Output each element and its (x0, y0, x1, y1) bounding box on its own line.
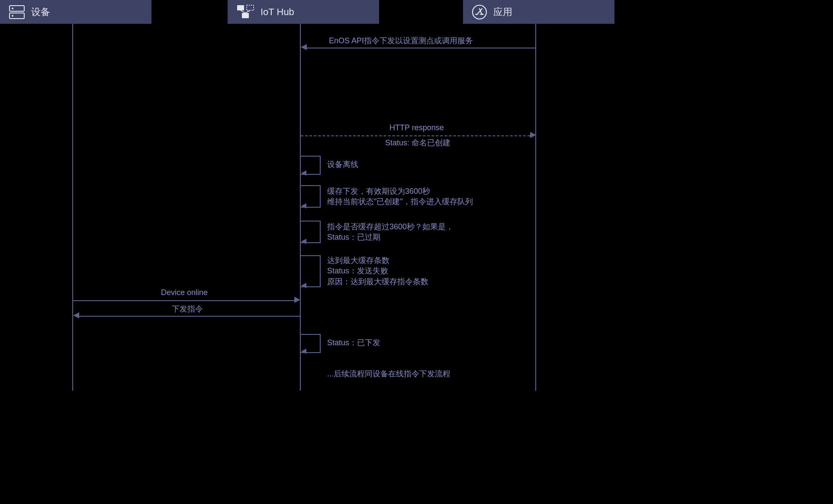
svg-point-3 (12, 15, 13, 16)
text-line: Status：已过期 (327, 232, 453, 242)
svg-rect-5 (247, 5, 254, 10)
participant-app: 应用 (463, 0, 614, 24)
msg-device-online-label: Device online (161, 288, 208, 297)
self-msg-max-cache (301, 255, 321, 287)
msg-api-call-arrow (306, 48, 536, 48)
self-msg-issued-label: Status：已下发 (327, 337, 380, 348)
svg-line-7 (241, 10, 245, 13)
lifeline-app (535, 24, 536, 391)
msg-issue-cmd-arrow (79, 316, 300, 317)
text-line: Status：发送失败 (327, 266, 428, 276)
app-store-icon (472, 4, 487, 20)
footer-note: ...后续流程同设备在线指令下发流程 (327, 369, 450, 379)
lifeline-device (72, 24, 73, 391)
msg-issue-cmd-label: 下发指令 (172, 304, 203, 314)
self-msg-max-cache-label: 达到最大缓存条数 Status：发送失败 原因：达到最大缓存指令条数 (327, 255, 428, 287)
sequence-diagram: 设备 IoT Hub 应用 EnOS API指令下发以设置测点或调用服务 HTT… (0, 0, 645, 391)
arrow-head-right-icon (294, 297, 300, 303)
text-line: 维持当前状态"已创建"，指令进入缓存队列 (327, 196, 473, 207)
msg-http-status-label: Status: 命名已创建 (385, 138, 450, 148)
text-line: 原因：达到最大缓存指令条数 (327, 276, 428, 287)
msg-device-online-arrow (73, 300, 295, 301)
arrow-head-left-icon (301, 203, 306, 209)
arrow-head-left-icon (301, 283, 306, 288)
text-line: 指令是否缓存超过3600秒？如果是， (327, 222, 453, 232)
msg-http-response-label: HTTP response (389, 123, 444, 132)
svg-rect-6 (242, 13, 249, 18)
participant-label: IoT Hub (261, 6, 294, 18)
self-msg-cache-label: 缓存下发，有效期设为3600秒 维持当前状态"已创建"，指令进入缓存队列 (327, 186, 473, 207)
server-icon (9, 5, 25, 19)
participant-label: 应用 (493, 6, 512, 19)
svg-line-8 (245, 10, 250, 13)
self-msg-offline-label: 设备离线 (327, 159, 358, 170)
arrow-head-right-icon (530, 132, 536, 138)
participant-label: 设备 (31, 6, 50, 19)
arrow-head-left-icon (301, 44, 307, 50)
participant-iothub: IoT Hub (228, 0, 379, 24)
arrow-head-left-icon (301, 239, 306, 244)
svg-point-2 (12, 7, 13, 9)
network-icon (236, 4, 254, 20)
arrow-head-left-icon (301, 349, 306, 354)
participant-device: 设备 (0, 0, 151, 24)
self-msg-expired-label: 指令是否缓存超过3600秒？如果是， Status：已过期 (327, 222, 453, 243)
svg-rect-4 (237, 5, 244, 10)
text-line: 缓存下发，有效期设为3600秒 (327, 186, 473, 196)
arrow-head-left-icon (301, 170, 306, 176)
msg-api-call-label: EnOS API指令下发以设置测点或调用服务 (329, 35, 473, 46)
text-line: 达到最大缓存条数 (327, 255, 428, 266)
arrow-head-left-icon (73, 312, 79, 318)
msg-http-response-arrow (301, 135, 530, 136)
